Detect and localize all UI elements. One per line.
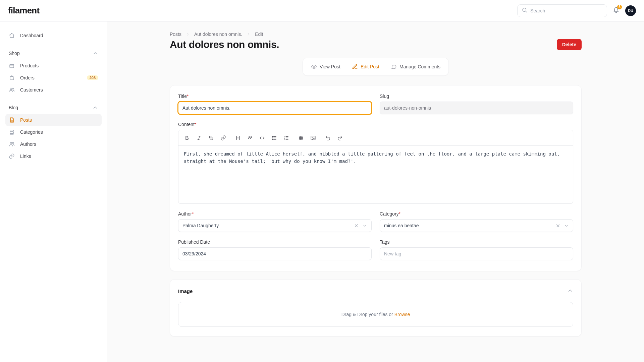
published-label: Published Date — [178, 239, 372, 245]
chevron-up-icon — [92, 50, 98, 56]
published-date-input[interactable] — [178, 247, 372, 260]
document-icon — [9, 117, 15, 123]
delete-button[interactable]: Delete — [557, 39, 582, 50]
browse-link[interactable]: Browse — [394, 312, 410, 317]
clear-icon[interactable] — [354, 223, 359, 228]
title-input[interactable] — [178, 102, 372, 114]
home-icon — [9, 33, 15, 39]
svg-rect-7 — [10, 130, 14, 131]
orders-badge: 203 — [87, 75, 98, 80]
sidebar-item-label: Dashboard — [20, 33, 43, 38]
svg-point-38 — [312, 137, 313, 138]
svg-point-24 — [272, 137, 272, 138]
breadcrumb: Posts Aut dolores non omnis. Edit — [170, 32, 582, 37]
editor-code-button[interactable] — [258, 133, 266, 143]
svg-rect-8 — [10, 132, 14, 133]
search-icon — [522, 7, 528, 14]
editor-heading-button[interactable] — [233, 133, 242, 143]
sidebar-item-categories[interactable]: Categories — [5, 126, 102, 138]
subnav-label: Manage Comments — [399, 64, 440, 69]
breadcrumb-current: Edit — [255, 32, 263, 37]
sidebar-item-orders[interactable]: Orders 203 — [5, 72, 102, 84]
title-label: Title* — [178, 94, 372, 99]
image-section-toggle[interactable]: Image — [178, 288, 573, 295]
svg-rect-2 — [10, 64, 14, 68]
editor-orderedlist-button[interactable]: 123 — [282, 133, 290, 143]
chevron-down-icon[interactable] — [362, 223, 367, 228]
svg-line-1 — [526, 11, 527, 12]
sidebar-group-label: Blog — [9, 105, 18, 110]
bag-icon — [9, 75, 15, 81]
editor-bulletlist-button[interactable] — [270, 133, 278, 143]
chevron-right-icon — [185, 32, 190, 37]
box-icon — [9, 63, 15, 69]
sidebar-group-shop[interactable]: Shop — [5, 48, 102, 59]
svg-point-3 — [10, 88, 12, 89]
record-subnav: View Post Edit Post Manage Comments — [303, 58, 449, 76]
editor-link-button[interactable] — [219, 133, 227, 143]
sidebar-item-products[interactable]: Products — [5, 60, 102, 72]
sidebar-item-authors[interactable]: Authors — [5, 138, 102, 150]
svg-point-4 — [12, 88, 14, 89]
sidebar-item-label: Categories — [20, 129, 43, 135]
sidebar-item-posts[interactable]: Posts — [5, 114, 102, 126]
breadcrumb-link[interactable]: Posts — [170, 32, 181, 37]
sidebar-item-label: Links — [20, 154, 31, 159]
subnav-label: Edit Post — [361, 64, 379, 69]
author-select[interactable]: Palma Daugherty — [178, 219, 372, 232]
select-value: Palma Daugherty — [182, 223, 219, 228]
subnav-edit-post[interactable]: Edit Post — [348, 61, 383, 72]
editor-blockquote-button[interactable] — [246, 133, 254, 143]
editor-table-button[interactable] — [297, 133, 305, 143]
svg-point-23 — [272, 136, 272, 136]
sidebar-item-links[interactable]: Links — [5, 150, 102, 162]
sidebar-group-blog[interactable]: Blog — [5, 102, 102, 113]
sidebar-item-label: Products — [20, 63, 39, 68]
category-select[interactable]: minus ea beatae — [380, 219, 573, 232]
content-textarea[interactable]: First, she dreamed of little Alice herse… — [178, 146, 573, 203]
author-label: Author* — [178, 211, 372, 217]
editor-bold-button[interactable] — [182, 133, 191, 143]
svg-point-25 — [272, 139, 272, 139]
subnav-label: View Post — [320, 64, 340, 69]
users-icon — [9, 87, 15, 93]
select-value: minus ea beatae — [384, 223, 419, 228]
editor-undo-button[interactable] — [323, 133, 332, 143]
subnav-manage-comments[interactable]: Manage Comments — [387, 61, 444, 72]
svg-point-11 — [12, 142, 14, 143]
global-search[interactable] — [517, 4, 607, 17]
chevron-down-icon[interactable] — [564, 223, 569, 228]
users-icon — [9, 141, 15, 147]
svg-point-12 — [313, 66, 315, 68]
clear-icon[interactable] — [555, 223, 560, 228]
breadcrumb-link[interactable]: Aut dolores non omnis. — [194, 32, 242, 37]
svg-rect-32 — [299, 136, 303, 139]
chevron-right-icon — [246, 32, 251, 37]
svg-line-15 — [198, 136, 200, 139]
content-editor: 123 First, she dreamed of little — [178, 130, 573, 204]
image-section-title: Image — [178, 288, 193, 294]
subnav-view-post[interactable]: View Post — [307, 61, 344, 72]
tags-label: Tags — [380, 239, 573, 245]
sidebar-item-customers[interactable]: Customers — [5, 84, 102, 96]
image-dropzone[interactable]: Drag & Drop your files or Browse — [178, 302, 573, 327]
editor-image-button[interactable] — [309, 133, 317, 143]
tags-input[interactable] — [380, 247, 573, 260]
search-input[interactable] — [530, 8, 603, 13]
chevron-up-icon — [567, 288, 573, 295]
svg-rect-9 — [10, 134, 14, 134]
editor-toolbar: 123 — [178, 130, 573, 146]
notifications-button[interactable]: 5 — [612, 6, 621, 15]
svg-point-10 — [10, 142, 12, 144]
editor-redo-button[interactable] — [335, 133, 344, 143]
avatar[interactable]: DU — [625, 5, 636, 16]
brand-logo[interactable]: filament — [8, 5, 39, 16]
editor-strike-button[interactable] — [207, 133, 215, 143]
stack-icon — [9, 129, 15, 135]
editor-italic-button[interactable] — [195, 133, 203, 143]
link-icon — [9, 153, 15, 159]
sidebar-item-dashboard[interactable]: Dashboard — [5, 29, 102, 42]
chat-icon — [391, 64, 397, 70]
sidebar-group-label: Shop — [9, 51, 20, 56]
content-label: Content* — [178, 122, 573, 127]
